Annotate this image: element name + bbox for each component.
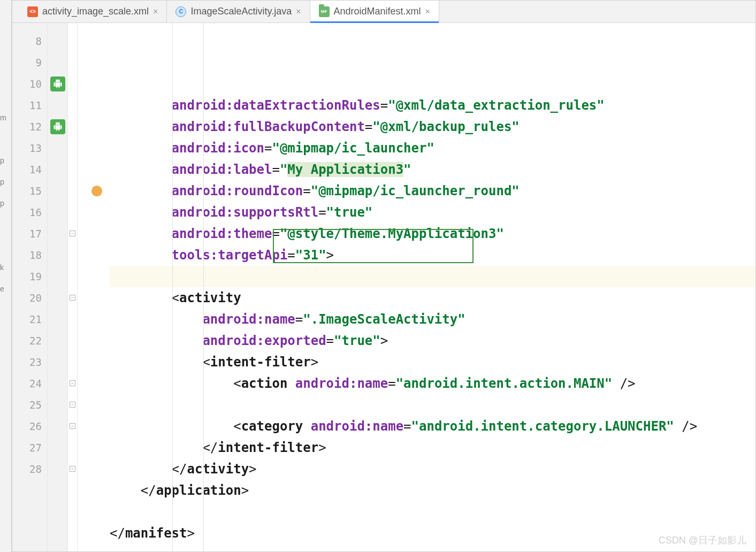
code-token: name [264, 312, 295, 327]
code-line[interactable]: <category android:name="android.intent.c… [110, 416, 755, 437]
code-token: </ [110, 526, 125, 541]
line-number: 27 [12, 437, 42, 458]
code-token: theme [233, 226, 272, 241]
close-icon[interactable]: × [425, 7, 430, 17]
code-token: > [311, 355, 318, 370]
code-token: category [241, 419, 311, 434]
code-token: name [357, 376, 388, 391]
fold-toggle-icon[interactable]: − [70, 380, 75, 386]
code-line[interactable]: <action android:name="android.intent.act… [110, 373, 755, 394]
tab-label: ImageScaleActivity.java [190, 6, 292, 17]
code-token: My Application3 [287, 162, 403, 177]
tool-window-stub[interactable]: p [0, 193, 11, 214]
code-line[interactable]: </application> [110, 480, 755, 501]
code-token: label [233, 162, 272, 177]
watermark-text: CSDN @日子如影儿 [659, 534, 746, 547]
code-token: targetApi [218, 248, 287, 263]
code-token: = [272, 162, 279, 177]
fold-toggle-icon[interactable]: − [70, 466, 75, 472]
line-number: 11 [12, 95, 42, 116]
line-number: 15 [12, 180, 42, 202]
code-token: tools: [172, 248, 218, 263]
line-number: 10 [12, 73, 42, 95]
code-token: android: [172, 183, 234, 198]
fold-toggle-icon[interactable]: − [70, 231, 75, 236]
tool-window-stub[interactable] [0, 214, 11, 235]
tab-activity_image_scale-xml[interactable]: <>activity_image_scale.xml× [19, 1, 167, 22]
code-token: android: [202, 312, 264, 327]
code-line[interactable]: <activity [110, 287, 755, 309]
code-line[interactable] [110, 394, 755, 416]
code-line[interactable]: android:dataExtractionRules="@xml/data_e… [110, 95, 755, 116]
code-token: intent-filter [218, 440, 318, 455]
tool-window-strip: mpppke [0, 0, 12, 552]
code-token: > [380, 333, 388, 348]
line-number: 28 [12, 458, 42, 480]
code-line[interactable]: android:name=".ImageScaleActivity" [110, 309, 755, 330]
line-number: 17 [12, 223, 42, 244]
tool-window-stub[interactable]: k [0, 257, 11, 278]
code-token: </ [202, 440, 218, 455]
intention-bulb-icon[interactable] [91, 186, 102, 196]
code-token: "@mipmap/ic_launcher" [272, 141, 434, 156]
code-line[interactable]: android:roundIcon="@mipmap/ic_launcher_r… [110, 180, 755, 202]
line-number: 14 [12, 159, 42, 180]
code-line[interactable]: </intent-filter> [110, 437, 755, 458]
fold-toggle-icon[interactable]: − [70, 402, 75, 408]
code-token: = [272, 226, 279, 241]
code-token: = [303, 183, 310, 198]
tab-androidmanifest-xml[interactable]: MFAndroidManifest.xml× [310, 1, 439, 22]
code-line[interactable]: </activity> [110, 458, 755, 480]
code-line[interactable]: android:icon="@mipmap/ic_launcher" [110, 137, 755, 159]
code-token: android: [172, 162, 234, 177]
code-token: android: [202, 333, 264, 348]
code-token: </ [141, 483, 156, 498]
tool-window-stub[interactable]: p [0, 171, 11, 193]
code-token: "android.intent.category.LAUNCHER" [411, 419, 674, 434]
code-token: = [318, 205, 326, 220]
code-token: "31" [295, 248, 326, 263]
code-token: roundIcon [233, 183, 303, 198]
code-token: = [326, 333, 334, 348]
code-line[interactable]: <intent-filter> [110, 351, 755, 373]
code-token: = [380, 98, 388, 113]
tab-imagescaleactivity-java[interactable]: CImageScaleActivity.java× [167, 1, 310, 22]
code-line[interactable]: android:fullBackupContent="@xml/backup_r… [110, 116, 755, 137]
tool-window-stub[interactable]: m [0, 107, 11, 128]
code-line[interactable]: android:label="My Application3" [110, 159, 755, 180]
tool-window-stub[interactable] [0, 128, 11, 150]
code-line[interactable]: android:supportsRtl="true" [110, 202, 755, 223]
code-line[interactable] [110, 501, 755, 523]
code-token: = [403, 419, 411, 434]
android-resource-icon[interactable] [50, 76, 65, 91]
tab-label: AndroidManifest.xml [334, 6, 421, 17]
tool-window-stub[interactable] [0, 235, 11, 257]
code-token: "@xml/backup_rules" [372, 119, 520, 134]
tool-window-stub[interactable]: e [0, 278, 11, 300]
close-icon[interactable]: × [296, 7, 301, 17]
android-resource-icon[interactable] [50, 119, 65, 134]
intention-strip [78, 23, 110, 551]
code-token: intent-filter [210, 355, 311, 370]
line-number: 20 [12, 287, 42, 309]
code-token: activity [187, 462, 249, 477]
code-line[interactable]: android:exported="true"> [110, 330, 755, 351]
tool-window-stub[interactable]: p [0, 150, 11, 171]
line-number: 16 [12, 202, 42, 223]
code-token: > [326, 248, 334, 263]
code-line[interactable]: android:theme="@style/Theme.MyApplicatio… [110, 223, 755, 244]
code-line[interactable]: tools:targetApi="31"> [110, 244, 755, 266]
close-icon[interactable]: × [153, 7, 158, 17]
code-editor[interactable]: android:dataExtractionRules="@xml/data_e… [110, 23, 755, 551]
code-token: " [403, 162, 411, 177]
code-token: = [264, 141, 272, 156]
code-line[interactable] [110, 266, 755, 287]
code-token: </ [172, 462, 187, 477]
code-token: android: [172, 226, 234, 241]
fold-toggle-icon[interactable]: − [70, 423, 75, 429]
code-token: "@style/Theme.MyApplication3" [280, 226, 504, 241]
fold-strip: −−−−−− [68, 23, 78, 551]
fold-toggle-icon[interactable]: − [70, 295, 75, 301]
code-token: = [287, 248, 295, 263]
line-number: 21 [12, 309, 42, 330]
